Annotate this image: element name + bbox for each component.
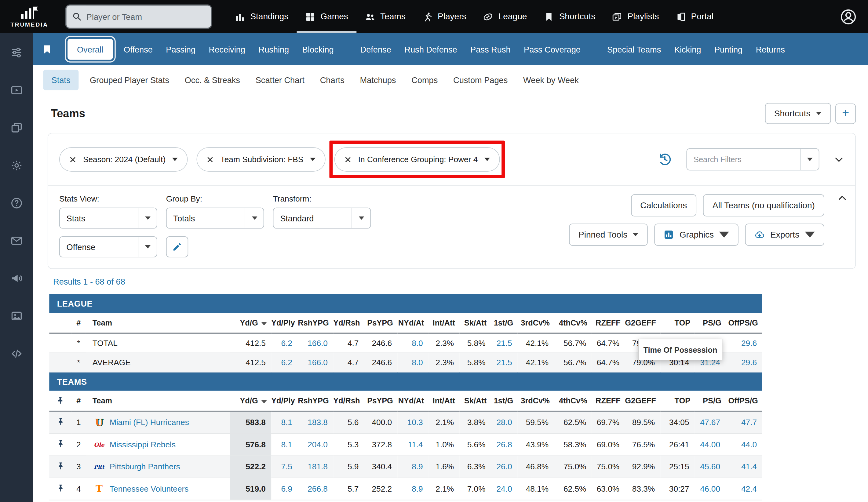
collapse-controls-icon[interactable] [837,193,848,203]
category-tab-punting[interactable]: Punting [707,33,749,65]
column-header-g2geff[interactable]: G2GEFF [625,391,660,411]
column-header-nyd-at[interactable]: NYd/At [397,313,428,333]
pin-cell[interactable] [49,433,71,456]
column-header-top[interactable]: TOP [660,313,694,333]
stat-cell-rshypg[interactable]: 166.0 [298,353,333,372]
column-header-yd-g[interactable]: Yd/G [230,313,271,333]
graphics-button[interactable]: Graphics [654,223,739,246]
column-header-sk-att[interactable]: Sk/Att [459,313,491,333]
view-tab-charts[interactable]: Charts [312,65,352,94]
team-name-link[interactable]: Miami (FL) Hurricanes [110,418,189,427]
global-search-input[interactable] [86,12,197,21]
column-header-3rdcv[interactable]: 3rdCv% [518,391,554,411]
stat-cell-yd-ply[interactable]: 7.5 [271,456,298,478]
column-header-rzeff[interactable]: RZEFF [592,391,625,411]
category-tab-pass-coverage[interactable]: Pass Coverage [517,33,587,65]
filter-history-icon[interactable] [658,152,672,166]
category-tab-kicking[interactable]: Kicking [668,33,707,65]
stat-cell-nyd-at[interactable]: 8.0 [397,333,428,352]
column-header-4thcv[interactable]: 4thCv% [554,391,592,411]
column-header-3rdcv[interactable]: 3rdCv% [518,313,554,333]
category-tab-rush-defense[interactable]: Rush Defense [398,33,464,65]
nav-item-standings[interactable]: Standings [226,0,297,33]
team-name-link[interactable]: Mississippi Rebels [110,440,176,449]
stat-cell-offps-g[interactable]: 47.7 [726,411,762,433]
stat-cell-rshypg[interactable]: 183.8 [298,411,333,433]
megaphone-button[interactable] [10,272,23,285]
team-name-link[interactable]: Tennessee Volunteers [110,484,189,493]
video-button[interactable] [10,84,23,96]
stat-cell-offps-g[interactable]: 29.6 [726,333,762,352]
category-tab-rushing[interactable]: Rushing [252,33,296,65]
nav-item-playlists[interactable]: Playlists [604,0,667,33]
stat-cell-ps-g[interactable]: 44.00 [695,433,726,456]
column-header-1st-g[interactable]: 1st/G [491,313,518,333]
column-header-rshypg[interactable]: RshYPG [298,391,333,411]
column-header-offps-g[interactable]: OffPS/G [726,313,762,333]
pinned-tools-button[interactable]: Pinned Tools [569,223,648,246]
remove-filter-icon[interactable] [206,156,214,163]
search-filters-input[interactable] [687,155,800,164]
column-header-ps-g[interactable]: PS/G [695,391,726,411]
account-icon[interactable] [840,8,857,25]
nav-item-portal[interactable]: Portal [667,0,722,33]
column-header-yd-ply[interactable]: Yd/Ply [271,313,298,333]
pin-cell[interactable] [49,411,71,433]
stat-cell-rshypg[interactable]: 266.8 [298,478,333,500]
search-filters-dropdown[interactable] [800,149,819,170]
stat-cell-rshypg[interactable]: 166.0 [298,333,333,352]
category-tab-defense[interactable]: Defense [354,33,398,65]
column-header-rshypg[interactable]: RshYPG [298,313,333,333]
stat-category-select[interactable]: Offense [59,236,157,258]
column-header-yd-rsh[interactable]: Yd/Rsh [333,391,364,411]
pin-cell[interactable] [49,456,71,478]
calculations-button[interactable]: Calculations [631,194,697,217]
view-tab-custom-pages[interactable]: Custom Pages [446,65,516,94]
column-header-4thcv[interactable]: 4thCv% [554,313,592,333]
edit-stats-button[interactable] [166,236,188,258]
filter-chip-team-subdivision-fbs[interactable]: Team Subdivision: FBS [197,147,326,171]
view-tab-matchups[interactable]: Matchups [352,65,404,94]
column-header-ps-g[interactable]: PS/G [695,313,726,333]
column-header-yd-rsh[interactable]: Yd/Rsh [333,313,364,333]
trumedia-logo[interactable]: TRUMEDIA [0,6,59,28]
search-filters[interactable] [686,148,819,171]
view-tab-grouped-player-stats[interactable]: Grouped Player Stats [82,65,177,94]
column-header-top[interactable]: TOP [660,391,694,411]
stat-cell-offps-g[interactable]: 29.6 [726,353,762,372]
column-header-yd-g[interactable]: Yd/G [230,391,271,411]
remove-filter-icon[interactable] [69,156,77,163]
stat-cell-rshypg[interactable]: 181.8 [298,456,333,478]
stat-cell-offps-g[interactable]: 44.0 [726,433,762,456]
bookmark-icon[interactable] [42,43,52,55]
column-header-offps-g[interactable]: OffPS/G [726,391,762,411]
column-header-yd-ply[interactable]: Yd/Ply [271,391,298,411]
stats-view-select[interactable]: Stats [59,208,157,229]
gear-button[interactable] [10,159,23,171]
nav-item-players[interactable]: Players [414,0,475,33]
column-header-nyd-at[interactable]: NYd/At [397,391,428,411]
view-tab-occ-streaks[interactable]: Occ. & Streaks [177,65,248,94]
group-by-select[interactable]: Totals [166,208,264,229]
nav-item-shortcuts[interactable]: Shortcuts [535,0,604,33]
shortcuts-button[interactable]: Shortcuts [765,103,831,124]
stat-cell-nyd-at[interactable]: 10.3 [397,411,428,433]
column-header-int-att[interactable]: Int/Att [428,313,459,333]
view-tab-stats[interactable]: Stats [43,69,79,90]
stat-cell-ps-g[interactable]: 46.00 [695,478,726,500]
help-button[interactable] [10,197,23,209]
expand-filters-icon[interactable] [834,154,844,165]
column-header-rzeff[interactable]: RZEFF [592,313,625,333]
stat-cell-yd-ply[interactable]: 6.2 [271,353,298,372]
results-count-link[interactable]: Results 1 - 68 of 68 [53,276,856,286]
column-header-sk-att[interactable]: Sk/Att [459,391,491,411]
stat-cell-1st-g[interactable]: 24.0 [491,478,518,500]
add-page-button[interactable]: + [835,103,856,124]
exports-button[interactable]: Exports [745,223,824,246]
stat-cell-1st-g[interactable]: 21.5 [491,333,518,352]
mail-button[interactable] [10,235,23,247]
stat-cell-yd-ply[interactable]: 6.9 [271,478,298,500]
view-tab-scatter-chart[interactable]: Scatter Chart [248,65,312,94]
view-tab-comps[interactable]: Comps [404,65,446,94]
column-header-int-att[interactable]: Int/Att [428,391,459,411]
